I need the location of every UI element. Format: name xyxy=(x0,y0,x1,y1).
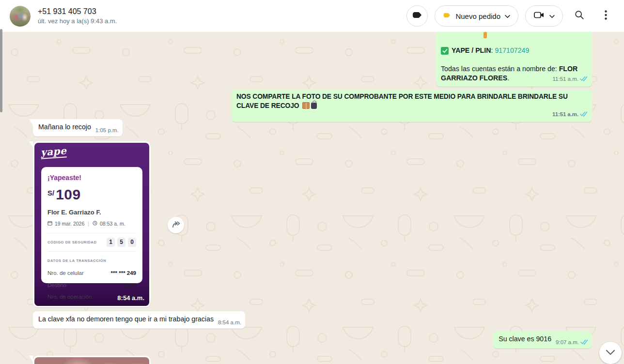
contact-text: +51 931 405 703 últ. vez hoy a la(s) 9:4… xyxy=(38,7,117,26)
security-code-row: CÓDIGO DE SEGURIDAD 1 5 0 xyxy=(47,238,136,247)
calendar-icon xyxy=(47,219,52,228)
green-check-emoji-icon xyxy=(441,47,449,55)
message-timestamp: 11:51 a.m. xyxy=(552,110,578,119)
divider xyxy=(47,233,136,233)
receipt-card: ¡Yapeaste! S/109 Flor E. Garriazo F. 19 … xyxy=(41,167,142,283)
new-order-button[interactable]: Nuevo pedido xyxy=(435,5,518,27)
forward-arrow-icon xyxy=(172,221,181,230)
incoming-image-message-roses[interactable] xyxy=(33,356,151,364)
message-timestamp: 11:51 a.m. xyxy=(553,75,579,84)
transaction-row: Nro. de celular*** *** 249 xyxy=(47,269,136,278)
contact-phone-title: +51 931 405 703 xyxy=(38,7,117,16)
menu-button[interactable] xyxy=(596,6,615,26)
kebab-menu-icon xyxy=(605,10,607,22)
cut-emoji-fragment xyxy=(484,32,487,38)
outgoing-message-yape-plin: YAPE / PLIN: 917107249 Todas las cuentas… xyxy=(436,32,592,87)
clock-icon xyxy=(93,219,97,228)
label-tag-icon xyxy=(412,10,422,22)
read-receipt-double-check-icon xyxy=(580,110,588,119)
video-call-button[interactable] xyxy=(525,5,563,27)
message-list: YAPE / PLIN: 917107249 Todas las cuentas… xyxy=(0,32,624,364)
divider: | xyxy=(88,219,89,228)
message-text: NOS COMPARTE LA FOTO DE SU COMPROBANTE P… xyxy=(236,93,568,109)
scroll-to-bottom-button[interactable] xyxy=(599,342,622,364)
cut-off-text-remnant xyxy=(441,32,587,41)
image-message-timestamp: 8:54 a.m. xyxy=(117,293,144,303)
chevron-down-icon xyxy=(606,349,615,357)
yape-logo: yape xyxy=(40,145,67,159)
label-button[interactable] xyxy=(406,5,428,27)
search-button[interactable] xyxy=(570,6,589,26)
outgoing-message-key: Su clave es 9016 9:07 a.m. xyxy=(493,331,592,349)
read-receipt-double-check-icon xyxy=(580,75,588,84)
security-code-label: CÓDIGO DE SEGURIDAD xyxy=(47,238,96,247)
message-timestamp: 8:54 a.m. xyxy=(218,318,241,327)
search-icon xyxy=(574,10,585,22)
whatsapp-chat-window: +51 931 405 703 últ. vez hoy a la(s) 9:4… xyxy=(0,0,624,364)
contact-avatar[interactable] xyxy=(10,6,31,27)
header-actions: Nuevo pedido xyxy=(406,5,615,27)
message-text: La clave xfa no demoren tengo que ir a m… xyxy=(38,315,214,323)
receipt-recipient-name: Flor E. Garriazo F. xyxy=(47,208,136,217)
last-seen-status: últ. vez hoy a la(s) 9:43 a.m. xyxy=(38,17,117,26)
incoming-message: La clave xfa no demoren tengo que ir a m… xyxy=(33,311,245,329)
contact-info[interactable]: +51 931 405 703 últ. vez hoy a la(s) 9:4… xyxy=(10,6,117,27)
phone-number-link[interactable]: 917107249 xyxy=(495,46,529,54)
chevron-down-icon xyxy=(549,12,555,20)
shopping-bags-emoji-icon xyxy=(311,103,317,109)
chevron-down-icon xyxy=(505,12,510,20)
security-code-digits: 1 5 0 xyxy=(107,238,136,247)
vertical-scrollbar-thumb[interactable] xyxy=(0,29,2,112)
message-timestamp: 9:07 a.m. xyxy=(556,338,579,347)
receipt-datetime: 19 mar. 2026 | 08:53 a. m. xyxy=(47,219,136,228)
forward-message-button[interactable] xyxy=(168,217,184,233)
yape-receipt-image[interactable]: yape ¡Yapeaste! S/109 Flor E. Garriazo F… xyxy=(34,143,149,306)
divider xyxy=(47,251,136,252)
incoming-message: Mañana lo recojo 1:05 p.m. xyxy=(33,119,123,136)
outgoing-message-instructions: NOS COMPARTE LA FOTO DE SU COMPROBANTE P… xyxy=(232,90,592,122)
new-order-label: Nuevo pedido xyxy=(455,12,500,20)
message-text: YAPE / PLIN: 917107249 xyxy=(452,46,529,55)
new-order-tag-icon xyxy=(443,12,451,21)
emoji-group xyxy=(302,102,317,109)
receipt-title: ¡Yapeaste! xyxy=(47,173,136,182)
receipt-amount: S/109 xyxy=(47,185,136,205)
chat-header: +51 931 405 703 últ. vez hoy a la(s) 9:4… xyxy=(0,0,624,32)
transaction-data-label: DATOS DE LA TRANSACCIÓN xyxy=(47,256,136,265)
package-emoji-icon xyxy=(302,102,310,109)
roses-image[interactable] xyxy=(34,357,149,364)
message-text: Mañana lo recojo xyxy=(38,123,91,131)
video-camera-icon xyxy=(533,10,545,22)
message-text: Su clave es 9016 xyxy=(499,335,551,343)
read-receipt-double-check-icon xyxy=(580,338,588,347)
message-timestamp: 1:05 p.m. xyxy=(95,126,119,135)
incoming-image-message-receipt[interactable]: yape ¡Yapeaste! S/109 Flor E. Garriazo F… xyxy=(33,141,151,307)
